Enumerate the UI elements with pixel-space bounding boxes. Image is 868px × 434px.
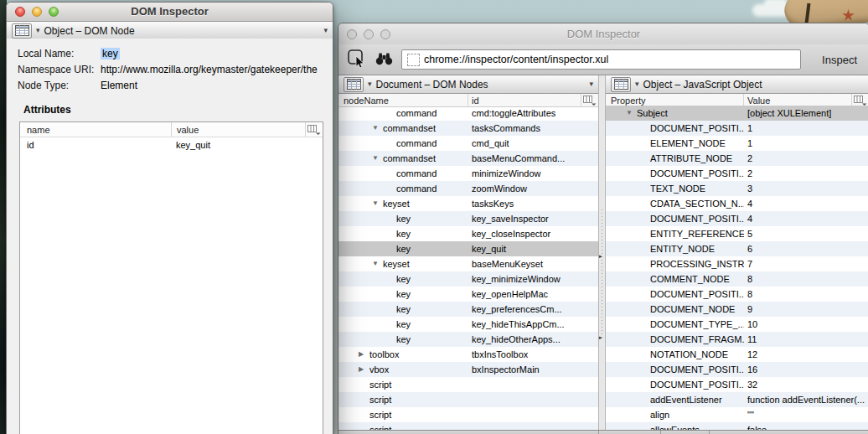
tree-row[interactable]: script: [338, 392, 598, 407]
inspector-panes: ▾ Document – DOM Nodes ▾ nodeName id: [338, 75, 868, 431]
tree-row[interactable]: key key_hideOtherApps...: [338, 332, 598, 347]
tree-row[interactable]: NOTATION_NODE 12: [606, 347, 868, 362]
tree-row[interactable]: DOCUMENT_POSITI... 2: [606, 166, 868, 181]
disclosure-triangle-icon[interactable]: [626, 110, 637, 116]
close-button[interactable]: [347, 29, 357, 39]
viewer-list-button[interactable]: [611, 77, 631, 92]
tree-row[interactable]: vbox bxInspectorMain: [338, 362, 598, 377]
tree-row[interactable]: command cmd_quit: [338, 136, 598, 151]
close-button[interactable]: [15, 7, 25, 17]
tree-row[interactable]: script: [338, 407, 598, 422]
column-id[interactable]: id: [468, 96, 581, 106]
disclosure-triangle-icon[interactable]: [372, 200, 383, 207]
url-input[interactable]: [424, 54, 795, 65]
node-id: key_hideOtherApps...: [468, 334, 598, 344]
tree-row[interactable]: commandset baseMenuCommand...: [338, 151, 598, 166]
inspect-button[interactable]: Inspect: [817, 53, 862, 67]
tree-row[interactable]: command minimizeWindow: [338, 166, 598, 181]
pane-splitter[interactable]: ▸ ▸: [598, 75, 606, 431]
property-value: function addEventListener(...: [744, 395, 868, 405]
tree-row[interactable]: COMMENT_NODE 8: [606, 271, 868, 287]
disclosure-triangle-icon[interactable]: [359, 366, 369, 373]
tree-row[interactable]: key key_hideThisAppCm...: [338, 317, 598, 332]
column-picker-button[interactable]: [581, 94, 598, 106]
tree-row[interactable]: TEXT_NODE 3: [606, 181, 868, 196]
tree-row[interactable]: keyset baseMenuKeyset: [338, 256, 598, 271]
tree-row[interactable]: command cmd:toggleAttributes: [338, 106, 598, 121]
chevron-down-icon[interactable]: ▾: [635, 80, 639, 88]
local-name-value[interactable]: key: [101, 48, 120, 59]
chevron-down-icon[interactable]: ▾: [368, 80, 372, 88]
node-info-fields: Local Name: key Namespace URI: http://ww…: [7, 39, 333, 93]
tree-row[interactable]: key key_closeInspector: [338, 226, 598, 241]
tree-row[interactable]: DOCUMENT_NODE 9: [606, 302, 868, 317]
tree-row[interactable]: ELEMENT_NODE 1: [606, 136, 868, 151]
zoom-button[interactable]: [49, 7, 59, 17]
attribute-row[interactable]: id key_quit: [20, 137, 323, 152]
node-id: bxInspectorMain: [468, 364, 598, 375]
disclosure-triangle-icon[interactable]: [359, 351, 369, 358]
dom-node-viewer-window: DOM Inspector ▾ Object – DOM Node ▾ Loca…: [6, 2, 333, 434]
js-property-tree: Subject [object XULElement] DOCUMENT_POS…: [606, 106, 868, 431]
minimize-button[interactable]: [32, 7, 42, 17]
node-name: script: [369, 410, 391, 420]
tree-row[interactable]: key key_preferencesCm...: [338, 302, 598, 317]
tree-row[interactable]: DOCUMENT_POSITI... 8: [606, 287, 868, 302]
tree-row[interactable]: DOCUMENT_POSITI... 16: [606, 362, 868, 377]
js-pane-title: Object – JavaScript Object: [643, 79, 762, 90]
column-name[interactable]: name: [20, 122, 172, 137]
column-value[interactable]: value: [172, 125, 305, 135]
tree-row[interactable]: Subject [object XULElement]: [606, 106, 868, 121]
inspect-element-button[interactable]: [345, 48, 367, 72]
window-title: DOM Inspector: [338, 23, 868, 44]
tree-row[interactable]: key key_quit: [338, 241, 598, 256]
tree-row[interactable]: key key_openHelpMac: [338, 287, 598, 302]
tree-row[interactable]: key key_minimizeWindow: [338, 271, 598, 287]
tree-row[interactable]: DOCUMENT_POSITI... 32: [606, 377, 868, 392]
disclosure-triangle-icon[interactable]: [372, 155, 383, 162]
tree-row[interactable]: ENTITY_REFERENCE... 5: [606, 226, 868, 241]
zoom-button[interactable]: [380, 29, 390, 39]
viewer-list-button[interactable]: [12, 23, 32, 39]
tree-row[interactable]: align "": [606, 407, 868, 422]
tree-row[interactable]: DOCUMENT_FRAGM... 11: [606, 332, 868, 347]
tree-row[interactable]: ATTRIBUTE_NODE 2: [606, 151, 868, 166]
viewer-list-button[interactable]: [344, 77, 364, 92]
dom-pane-header: ▾ Document – DOM Nodes ▾: [338, 75, 598, 94]
attributes-column-header: name value: [20, 122, 323, 137]
tree-row[interactable]: DOCUMENT_TYPE_... 10: [606, 317, 868, 332]
tree-row[interactable]: CDATA_SECTION_N... 4: [606, 196, 868, 211]
tree-row[interactable]: keyset tasksKeys: [338, 196, 598, 211]
tree-row[interactable]: DOCUMENT_POSITI... 4: [606, 211, 868, 226]
find-button[interactable]: [375, 52, 393, 68]
tree-row[interactable]: key key_saveInspector: [338, 211, 598, 226]
minimize-button[interactable]: [364, 29, 374, 39]
titlebar[interactable]: DOM Inspector: [338, 23, 868, 45]
column-property[interactable]: Property: [606, 94, 744, 106]
tree-row[interactable]: command zoomWindow: [338, 181, 598, 196]
node-name: key: [396, 304, 411, 314]
property-name: CDATA_SECTION_N...: [650, 199, 744, 209]
tree-row[interactable]: ENTITY_NODE 6: [606, 241, 868, 256]
titlebar[interactable]: DOM Inspector: [7, 3, 333, 22]
disclosure-triangle-icon[interactable]: [372, 125, 383, 132]
chevron-down-icon[interactable]: ▾: [36, 27, 40, 34]
column-picker-button[interactable]: [305, 122, 323, 137]
tree-row[interactable]: commandset tasksCommands: [338, 121, 598, 136]
disclosure-triangle-icon[interactable]: [372, 261, 383, 267]
url-field[interactable]: [401, 49, 801, 70]
tree-row[interactable]: PROCESSING_INSTR... 7: [606, 256, 868, 271]
tree-row[interactable]: toolbox tbxInsToolbox: [338, 347, 598, 362]
pane-menu-caret-icon[interactable]: ▾: [323, 27, 328, 34]
column-picker-button[interactable]: [851, 94, 868, 106]
tree-row[interactable]: DOCUMENT_POSITI... 1: [606, 121, 868, 136]
column-value[interactable]: Value: [744, 96, 851, 106]
property-value: 2: [744, 168, 868, 178]
property-value: 5: [744, 229, 868, 239]
node-name: command: [396, 168, 437, 178]
pane-menu-caret-icon[interactable]: ▾: [589, 80, 593, 88]
node-name: key: [396, 274, 411, 284]
tree-row[interactable]: addEventListener function addEventListen…: [606, 392, 868, 407]
tree-row[interactable]: script: [338, 377, 598, 392]
column-nodename[interactable]: nodeName: [338, 94, 468, 106]
